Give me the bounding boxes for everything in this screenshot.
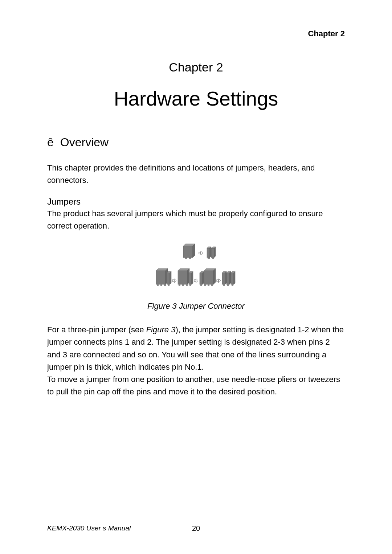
svg-rect-39: [200, 273, 203, 284]
svg-rect-27: [178, 271, 187, 284]
svg-rect-61: [227, 284, 229, 286]
para1-pre: For a three-pin jumper (see: [47, 325, 146, 334]
svg-marker-59: [234, 271, 235, 284]
chapter-title: Hardware Settings: [47, 87, 345, 110]
svg-rect-49: [217, 280, 219, 282]
svg-marker-2: [193, 244, 195, 258]
jumpers-intro: The product has several jumpers which mu…: [47, 208, 345, 232]
svg-rect-0: [183, 246, 193, 258]
svg-rect-36: [189, 284, 191, 286]
page-footer: KEMX-2030 User s Manual 20: [47, 524, 345, 532]
svg-rect-33: [179, 284, 180, 286]
footer-manual-title: KEMX-2030 User s Manual: [47, 524, 131, 532]
svg-rect-51: [222, 273, 225, 284]
svg-rect-5: [199, 252, 201, 254]
svg-rect-48: [211, 284, 213, 286]
svg-rect-7: [207, 248, 210, 258]
svg-marker-20: [170, 271, 171, 284]
svg-rect-30: [189, 273, 192, 284]
figure-caption: Figure 3 Jumper Connector: [47, 301, 345, 311]
figure-reference: Figure 3: [146, 325, 176, 334]
svg-rect-37: [194, 280, 196, 282]
svg-rect-24: [168, 284, 170, 286]
svg-rect-60: [223, 284, 225, 286]
svg-marker-32: [192, 271, 193, 284]
svg-rect-21: [157, 284, 159, 286]
svg-rect-25: [172, 280, 174, 282]
svg-rect-18: [167, 273, 170, 284]
svg-marker-9: [210, 247, 211, 258]
svg-rect-42: [204, 271, 213, 284]
svg-rect-15: [156, 271, 166, 284]
jumpers-heading: Jumpers: [47, 197, 345, 207]
jumper-illustration: [152, 243, 240, 294]
figure-jumper-connector: Figure 3 Jumper Connector: [47, 243, 345, 311]
svg-rect-22: [160, 284, 162, 286]
svg-rect-35: [186, 284, 188, 286]
svg-marker-56: [229, 271, 231, 284]
svg-marker-26: [174, 279, 176, 283]
svg-rect-10: [211, 248, 214, 258]
svg-rect-13: [208, 258, 210, 259]
svg-rect-23: [164, 284, 166, 286]
svg-rect-4: [189, 258, 191, 259]
header-chapter-label: Chapter 2: [47, 29, 345, 38]
svg-marker-12: [214, 247, 216, 258]
jumper-svg-icon: [152, 243, 240, 292]
svg-rect-46: [204, 284, 206, 286]
svg-marker-53: [225, 271, 226, 284]
svg-marker-41: [203, 271, 204, 284]
svg-rect-47: [208, 284, 209, 286]
svg-rect-3: [185, 258, 187, 259]
svg-marker-50: [219, 279, 221, 283]
page-number: 20: [192, 524, 200, 533]
svg-marker-6: [201, 251, 203, 255]
document-page: Chapter 2 Chapter 2 Hardware Settings êO…: [0, 0, 392, 554]
svg-rect-62: [232, 284, 233, 286]
svg-marker-38: [196, 279, 198, 283]
section-overview-heading: êOverview: [47, 136, 345, 149]
bullet-icon: ê: [47, 136, 54, 149]
svg-rect-54: [226, 273, 229, 284]
jumper-desc-paragraph-2: To move a jumper from one position to an…: [47, 373, 345, 398]
svg-marker-44: [213, 268, 216, 284]
overview-intro: This chapter provides the definitions an…: [47, 162, 345, 186]
section-heading-text: Overview: [60, 136, 109, 149]
svg-rect-14: [212, 258, 214, 259]
svg-rect-34: [182, 284, 184, 286]
jumper-desc-paragraph-1: For a three-pin jumper (see Figure 3), t…: [47, 324, 345, 373]
chapter-number: Chapter 2: [47, 60, 345, 74]
svg-rect-45: [200, 284, 202, 286]
svg-rect-57: [231, 273, 234, 284]
